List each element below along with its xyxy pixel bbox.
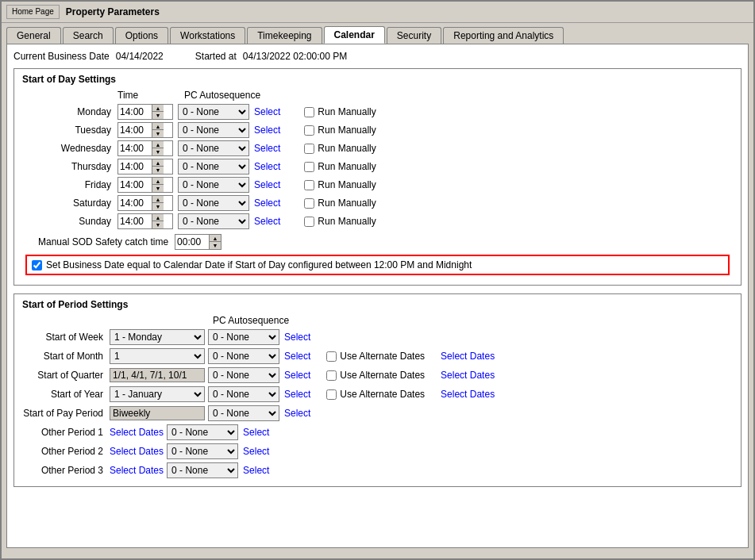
period-other2-select-link[interactable]: Select <box>243 446 269 457</box>
saturday-time-down[interactable]: ▼ <box>152 203 164 210</box>
period-month-pc[interactable]: 0 - None <box>208 348 279 364</box>
tuesday-time-up[interactable]: ▲ <box>152 123 164 130</box>
wednesday-time-up[interactable]: ▲ <box>152 141 164 148</box>
period-pay-select-link[interactable]: Select <box>284 408 310 419</box>
tab-timekeeping[interactable]: Timekeeping <box>247 27 322 44</box>
sunday-time-up[interactable]: ▲ <box>152 214 164 221</box>
monday-time-input[interactable] <box>118 105 152 118</box>
wednesday-select-link[interactable]: Select <box>254 143 280 154</box>
saturday-time-input[interactable] <box>118 197 152 209</box>
tuesday-time-input[interactable] <box>118 124 152 136</box>
table-row: Monday ▲ ▼ 0 - None Select Run Manually <box>22 104 733 120</box>
tuesday-run-manually: Run Manually <box>304 125 376 136</box>
tab-general[interactable]: General <box>6 27 61 44</box>
period-week-select-link[interactable]: Select <box>284 332 310 343</box>
friday-time-down[interactable]: ▼ <box>152 185 164 192</box>
monday-select-link[interactable]: Select <box>254 106 280 117</box>
tuesday-pc-select[interactable]: 0 - None <box>178 122 249 138</box>
tuesday-time-down[interactable]: ▼ <box>152 130 164 137</box>
monday-run-manually-label: Run Manually <box>318 106 376 117</box>
period-row-quarter: Start of Quarter 0 - None Select Use Alt… <box>22 367 733 383</box>
period-quarter-select-dates[interactable]: Select Dates <box>441 370 495 381</box>
wednesday-time-input[interactable] <box>118 142 152 155</box>
period-month-select-link[interactable]: Select <box>284 351 310 362</box>
business-date-checkbox[interactable] <box>32 260 42 270</box>
period-week-select[interactable]: 1 - Monday <box>110 329 205 345</box>
friday-time-input[interactable] <box>118 178 152 191</box>
period-row-pay: Start of Pay Period 0 - None Select <box>22 405 733 421</box>
thursday-time-up[interactable]: ▲ <box>152 159 164 167</box>
friday-time-up[interactable]: ▲ <box>152 178 164 185</box>
tab-workstations[interactable]: Workstations <box>170 27 245 44</box>
catch-time-label: Manual SOD Safety catch time <box>38 236 168 247</box>
thursday-select-link[interactable]: Select <box>254 161 280 172</box>
period-year-alt-checkbox[interactable] <box>326 389 337 400</box>
thursday-run-manually-label: Run Manually <box>318 161 376 172</box>
period-pay-pc[interactable]: 0 - None <box>208 405 279 421</box>
monday-time-up[interactable]: ▲ <box>152 105 164 112</box>
period-other2-select-dates[interactable]: Select Dates <box>110 446 164 457</box>
period-quarter-input[interactable] <box>110 368 205 382</box>
period-year-select[interactable]: 1 - January <box>110 386 205 402</box>
saturday-pc-select[interactable]: 0 - None <box>178 195 249 211</box>
home-page-label[interactable]: Home Page <box>6 5 60 19</box>
catch-time-up[interactable]: ▲ <box>210 235 221 242</box>
monday-time-down[interactable]: ▼ <box>152 112 164 119</box>
sunday-time-down[interactable]: ▼ <box>152 221 164 228</box>
period-other2-pc[interactable]: 0 - None <box>167 443 238 459</box>
friday-select-link[interactable]: Select <box>254 179 280 190</box>
saturday-select-link[interactable]: Select <box>254 198 280 209</box>
period-other3-select-link[interactable]: Select <box>243 465 269 476</box>
friday-pc-select[interactable]: 0 - None <box>178 177 249 193</box>
sunday-pc-select[interactable]: 0 - None <box>178 213 249 229</box>
friday-run-manually-checkbox[interactable] <box>304 180 314 190</box>
tab-calendar[interactable]: Calendar <box>324 26 385 44</box>
saturday-run-manually-checkbox[interactable] <box>304 198 314 209</box>
period-quarter-pc[interactable]: 0 - None <box>208 367 279 383</box>
period-col-pc-header: PC Autosequence <box>213 315 289 326</box>
period-month-alt-checkbox[interactable] <box>326 351 337 362</box>
saturday-run-manually: Run Manually <box>304 198 376 209</box>
period-week-pc[interactable]: 0 - None <box>208 329 279 345</box>
period-year-pc[interactable]: 0 - None <box>208 386 279 402</box>
period-title: Start of Period Settings <box>22 299 733 310</box>
wednesday-time-down[interactable]: ▼ <box>152 148 164 155</box>
tab-options[interactable]: Options <box>115 27 168 44</box>
period-month-select[interactable]: 1 <box>110 348 205 364</box>
thursday-time-input[interactable] <box>118 160 152 173</box>
period-other1-select-link[interactable]: Select <box>243 427 269 438</box>
saturday-time-up[interactable]: ▲ <box>152 196 164 203</box>
monday-pc-select[interactable]: 0 - None <box>178 104 249 120</box>
period-other1-pc[interactable]: 0 - None <box>167 424 238 440</box>
period-quarter-alt-checkbox[interactable] <box>326 370 337 381</box>
day-label-monday: Monday <box>22 106 117 117</box>
period-other3-pc[interactable]: 0 - None <box>167 462 238 478</box>
tuesday-run-manually-checkbox[interactable] <box>304 125 314 136</box>
sunday-time-input[interactable] <box>118 215 152 228</box>
period-pay-input[interactable] <box>110 406 205 420</box>
sunday-select-link[interactable]: Select <box>254 216 280 227</box>
sunday-run-manually-checkbox[interactable] <box>304 217 314 227</box>
catch-time-down[interactable]: ▼ <box>210 242 221 249</box>
thursday-run-manually-checkbox[interactable] <box>304 162 314 172</box>
tab-reporting[interactable]: Reporting and Analytics <box>443 27 564 44</box>
monday-run-manually-checkbox[interactable] <box>304 107 314 117</box>
thursday-time-down[interactable]: ▼ <box>152 167 164 174</box>
tuesday-select-link[interactable]: Select <box>254 125 280 136</box>
period-other3-select-dates[interactable]: Select Dates <box>110 465 164 476</box>
friday-run-manually-label: Run Manually <box>318 179 376 190</box>
period-other1-select-dates[interactable]: Select Dates <box>110 427 164 438</box>
period-year-alt-label: Use Alternate Dates <box>340 389 425 400</box>
period-quarter-select-link[interactable]: Select <box>284 370 310 381</box>
wednesday-pc-select[interactable]: 0 - None <box>178 140 249 156</box>
business-date-row: Set Business Date equal to Calendar Date… <box>25 255 730 275</box>
period-month-select-dates[interactable]: Select Dates <box>441 351 495 362</box>
thursday-pc-select[interactable]: 0 - None <box>178 159 249 175</box>
tab-search[interactable]: Search <box>63 27 114 44</box>
tab-security[interactable]: Security <box>387 27 441 44</box>
catch-time-input[interactable] <box>175 236 209 248</box>
period-year-select-link[interactable]: Select <box>284 389 310 400</box>
col-time-header: Time <box>117 90 181 101</box>
period-year-select-dates[interactable]: Select Dates <box>441 389 495 400</box>
wednesday-run-manually-checkbox[interactable] <box>304 144 314 154</box>
